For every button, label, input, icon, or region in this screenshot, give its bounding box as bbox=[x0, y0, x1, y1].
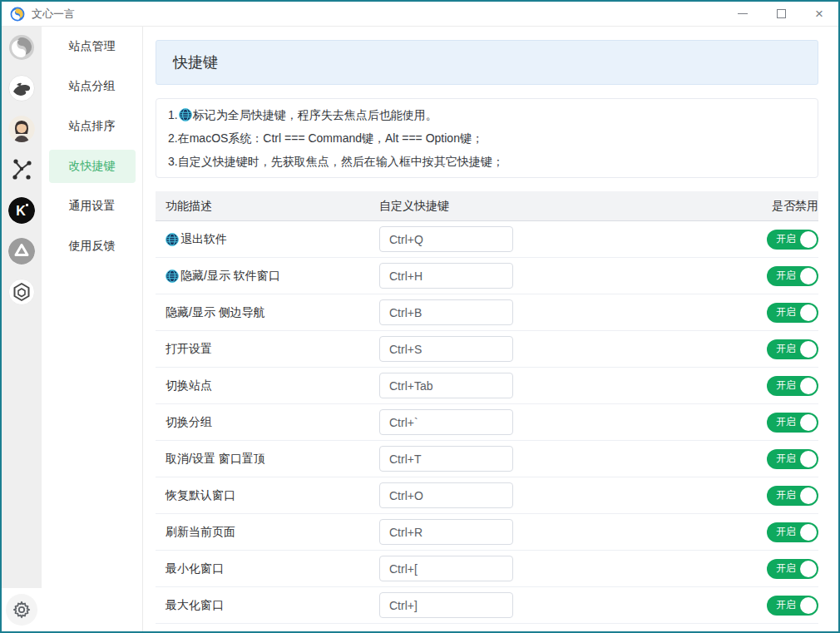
note-number: 3. bbox=[168, 155, 178, 168]
shortcut-description: 最小化窗口 bbox=[166, 561, 224, 576]
note-text: 自定义快捷键时，先获取焦点，然后在输入框中按其它快捷键； bbox=[178, 155, 504, 168]
titlebar: 文心一言 × bbox=[2, 2, 838, 27]
header-function-description: 功能描述 bbox=[156, 199, 379, 214]
shortcut-input[interactable] bbox=[379, 373, 513, 398]
note-line: 1.标记为全局快捷键，程序失去焦点后也能使用。 bbox=[168, 103, 806, 126]
shortcut-input[interactable] bbox=[379, 409, 513, 435]
window-title: 文心一言 bbox=[32, 7, 75, 22]
shortcut-row: 退出软件 开启 bbox=[156, 221, 818, 258]
maximize-icon bbox=[777, 9, 786, 18]
shortcut-row: 恢复默认窗口 开启 bbox=[156, 477, 818, 514]
shortcut-input[interactable] bbox=[379, 519, 513, 545]
enable-toggle[interactable]: 开启 bbox=[767, 339, 818, 359]
shortcut-description: 隐藏/显示 软件窗口 bbox=[180, 269, 280, 284]
enable-toggle[interactable]: 开启 bbox=[767, 413, 818, 433]
menu-item-label: 通用设置 bbox=[69, 199, 116, 214]
close-button[interactable]: × bbox=[800, 2, 838, 26]
menu-item[interactable]: 站点排序 bbox=[49, 110, 136, 143]
global-shortcut-icon bbox=[179, 108, 192, 121]
toggle-on-label: 开启 bbox=[776, 452, 796, 466]
app-icon-list: K bbox=[2, 27, 42, 588]
shortcut-input[interactable] bbox=[379, 299, 513, 325]
app-body: K 站点管理 站 bbox=[2, 27, 838, 631]
menu-item-label: 站点排序 bbox=[69, 119, 116, 134]
enable-toggle[interactable]: 开启 bbox=[767, 596, 818, 616]
shortcut-input[interactable] bbox=[379, 556, 513, 581]
wenxin-gray-icon[interactable] bbox=[8, 34, 35, 61]
app-icon-rail: K bbox=[2, 27, 42, 631]
settings-menu: 站点管理 站点分组 站点排序 改快捷键 通用设置 bbox=[42, 27, 143, 631]
menu-item[interactable]: 站点管理 bbox=[49, 30, 136, 63]
menu-item[interactable]: 改快捷键 bbox=[49, 150, 136, 183]
shortcut-description: 退出软件 bbox=[180, 232, 227, 247]
notes-box: 1.标记为全局快捷键，程序失去焦点后也能使用。 2.在macOS系统：Ctrl … bbox=[156, 98, 818, 178]
shortcut-input[interactable] bbox=[379, 226, 513, 252]
enable-toggle[interactable]: 开启 bbox=[767, 486, 818, 506]
enable-toggle[interactable]: 开启 bbox=[767, 266, 818, 286]
toggle-on-label: 开启 bbox=[776, 525, 796, 539]
shortcut-table: 功能描述 自定义快捷键 是否禁用 退出软件 bbox=[156, 191, 818, 631]
toggle-knob bbox=[800, 268, 817, 284]
shortcut-row: 打开设置 开启 bbox=[156, 331, 818, 368]
table-body: 退出软件 开启 bbox=[156, 221, 818, 624]
shortcut-input[interactable] bbox=[379, 482, 513, 508]
close-icon: × bbox=[815, 7, 823, 21]
shortcut-row: 刷新当前页面 开启 bbox=[156, 514, 818, 551]
menu-item[interactable]: 通用设置 bbox=[49, 190, 136, 223]
enable-toggle[interactable]: 开启 bbox=[767, 449, 818, 469]
shortcut-description: 切换分组 bbox=[166, 415, 212, 430]
shortcut-description: 最大化窗口 bbox=[166, 598, 224, 613]
shortcut-input[interactable] bbox=[379, 446, 513, 472]
menu-item-label: 改快捷键 bbox=[69, 159, 116, 174]
shortcut-row: 最小化窗口 开启 bbox=[156, 551, 818, 587]
toggle-knob bbox=[800, 597, 817, 614]
toggle-knob bbox=[800, 451, 817, 467]
note-text: 在macOS系统：Ctrl === Command键，Alt === Optio… bbox=[178, 131, 483, 145]
shortcut-input[interactable] bbox=[379, 263, 513, 289]
shortcut-row: 隐藏/显示 侧边导航 开启 bbox=[156, 294, 818, 331]
note-number: 2. bbox=[168, 131, 178, 145]
kimi-icon[interactable]: K bbox=[8, 197, 35, 224]
shortcut-row: 取消/设置 窗口置顶 开启 bbox=[156, 441, 818, 477]
shortcut-description: 隐藏/显示 侧边导航 bbox=[166, 305, 265, 320]
minimize-icon bbox=[738, 13, 748, 14]
shortcut-input[interactable] bbox=[379, 336, 513, 362]
toggle-knob bbox=[800, 304, 817, 321]
menu-item[interactable]: 使用反馈 bbox=[49, 230, 136, 263]
toggle-on-label: 开启 bbox=[776, 415, 796, 429]
enable-toggle[interactable]: 开启 bbox=[767, 522, 818, 542]
enable-toggle[interactable]: 开启 bbox=[767, 376, 818, 396]
enable-toggle[interactable]: 开启 bbox=[767, 559, 818, 579]
enable-toggle[interactable]: 开启 bbox=[767, 303, 818, 323]
toggle-knob bbox=[800, 378, 817, 394]
whale-icon[interactable] bbox=[8, 75, 35, 101]
toggle-on-label: 开启 bbox=[776, 378, 796, 393]
toggle-knob bbox=[800, 524, 817, 541]
recycle-triangle-icon[interactable] bbox=[8, 238, 35, 265]
note-line: 3.自定义快捷键时，先获取焦点，然后在输入框中按其它快捷键； bbox=[168, 150, 806, 173]
gear-icon bbox=[12, 600, 32, 620]
girl-avatar-icon[interactable] bbox=[8, 116, 35, 142]
maximize-button[interactable] bbox=[762, 2, 800, 26]
shortcut-row: 隐藏/显示 软件窗口 开启 bbox=[156, 258, 818, 294]
shortcut-row: 切换站点 开启 bbox=[156, 368, 818, 404]
cube-hexagon-icon[interactable] bbox=[8, 279, 35, 305]
menu-item[interactable]: 站点分组 bbox=[49, 70, 136, 103]
app-logo-icon bbox=[10, 7, 25, 22]
shortcut-input[interactable] bbox=[379, 592, 513, 618]
settings-button[interactable] bbox=[6, 594, 37, 626]
enable-toggle[interactable]: 开启 bbox=[767, 230, 818, 250]
shortcut-description: 取消/设置 窗口置顶 bbox=[166, 452, 265, 467]
toggle-knob bbox=[800, 487, 817, 504]
shortcut-description: 恢复默认窗口 bbox=[166, 488, 235, 503]
note-text: 标记为全局快捷键，程序失去焦点后也能使用。 bbox=[193, 108, 437, 121]
toggle-on-label: 开启 bbox=[776, 488, 796, 502]
network-graph-icon[interactable] bbox=[8, 156, 35, 183]
header-custom-shortcut: 自定义快捷键 bbox=[379, 199, 752, 214]
minimize-button[interactable] bbox=[724, 2, 762, 26]
note-number: 1. bbox=[168, 108, 178, 121]
global-shortcut-icon bbox=[166, 270, 179, 283]
toggle-on-label: 开启 bbox=[776, 342, 796, 356]
header-disabled: 是否禁用 bbox=[752, 199, 818, 214]
window-controls: × bbox=[724, 2, 838, 26]
